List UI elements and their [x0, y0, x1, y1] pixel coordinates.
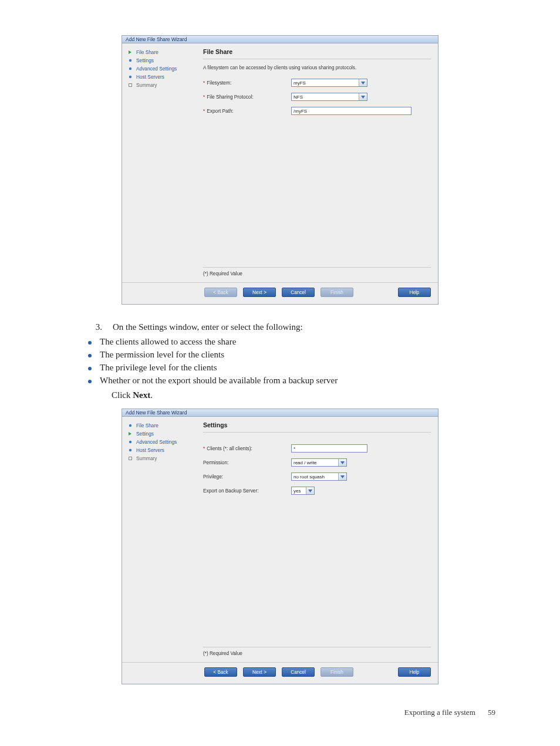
- next-button[interactable]: Next >: [243, 288, 276, 297]
- sidebar-item-settings[interactable]: Settings: [128, 430, 195, 438]
- help-button[interactable]: Help: [398, 667, 431, 677]
- sidebar-item-settings[interactable]: Settings: [128, 56, 195, 65]
- svg-point-0: [129, 59, 131, 62]
- page-footer: Exporting a file system 59: [65, 708, 495, 717]
- finish-button: Finish: [321, 667, 353, 677]
- sidebar-label: Settings: [136, 58, 154, 63]
- required-star-icon: *: [203, 108, 205, 114]
- sidebar-label: Host Servers: [136, 74, 164, 80]
- bullet-icon: [88, 341, 92, 345]
- required-star-icon: *: [203, 445, 205, 451]
- filesystem-select[interactable]: myFS: [291, 79, 367, 87]
- select-value: no root squash: [294, 474, 325, 480]
- svg-rect-7: [129, 457, 132, 460]
- dot-icon: [128, 58, 133, 63]
- sidebar-item-host-servers[interactable]: Host Servers: [128, 446, 195, 454]
- arrow-right-icon: [128, 431, 133, 436]
- chevron-down-icon: [338, 459, 346, 466]
- chevron-down-icon: [359, 79, 367, 86]
- field-label: Export Path:: [207, 108, 234, 114]
- chevron-down-icon: [306, 487, 314, 494]
- select-value: yes: [294, 488, 301, 494]
- bullet-list: The clients allowed to access the share …: [88, 337, 495, 386]
- field-label: Privilege:: [203, 474, 223, 480]
- input-value: /myFS: [294, 109, 307, 114]
- wizard-main-panel: File Share A filesystem can be accessed …: [197, 43, 438, 282]
- required-star-icon: *: [203, 80, 205, 86]
- bullet-icon: [88, 380, 92, 383]
- bullet-icon: [88, 367, 92, 370]
- sidebar-item-advanced-settings[interactable]: Advanced Settings: [128, 65, 195, 73]
- wizard-dialog-settings: Add New File Share Wizard File Share Set…: [122, 409, 438, 684]
- sidebar-item-file-share[interactable]: File Share: [128, 421, 195, 430]
- backup-select[interactable]: yes: [291, 487, 315, 495]
- export-path-input[interactable]: /myFS: [291, 107, 411, 115]
- sidebar-item-advanced-settings[interactable]: Advanced Settings: [128, 438, 195, 446]
- cancel-button[interactable]: Cancel: [282, 667, 315, 677]
- square-icon: [128, 83, 133, 87]
- step-number: 3.: [93, 322, 102, 332]
- required-note: (*) Required Value: [203, 647, 431, 656]
- instruction-block: 3. On the Settings window, enter or sele…: [65, 322, 495, 400]
- svg-point-2: [129, 76, 131, 78]
- permission-select[interactable]: read / write: [291, 458, 347, 467]
- bullet-text: The permission level for the clients: [100, 350, 224, 360]
- svg-point-4: [129, 424, 131, 427]
- section-heading: Settings: [203, 421, 431, 433]
- dot-icon: [128, 440, 133, 444]
- cancel-button[interactable]: Cancel: [282, 288, 315, 297]
- input-value: *: [294, 446, 295, 451]
- required-note: (*) Required Value: [203, 267, 431, 276]
- dot-icon: [128, 448, 133, 453]
- sidebar-label: File Share: [136, 423, 158, 428]
- field-label: Clients (*: all clients):: [207, 445, 252, 451]
- chevron-down-icon: [338, 473, 346, 480]
- section-subheading: A filesystem can be accessed by clients …: [203, 65, 431, 70]
- field-label: File Sharing Protocol:: [207, 94, 253, 100]
- select-value: read / write: [294, 460, 317, 465]
- list-item: The clients allowed to access the share: [88, 337, 495, 347]
- sidebar-item-file-share[interactable]: File Share: [128, 48, 195, 56]
- click-prefix: Click: [112, 390, 133, 400]
- click-next-text: Click Next.: [112, 390, 495, 400]
- bullet-text: Whether or not the export should be avai…: [100, 376, 338, 386]
- wizard-dialog-file-share: Add New File Share Wizard File Share Set…: [122, 35, 438, 305]
- sidebar-item-host-servers[interactable]: Host Servers: [128, 73, 195, 81]
- clients-input[interactable]: *: [291, 444, 367, 453]
- bullet-text: The clients allowed to access the share: [100, 337, 236, 347]
- sidebar-label: Settings: [136, 431, 154, 437]
- field-label: Permission:: [203, 460, 228, 465]
- dot-icon: [128, 66, 133, 71]
- svg-point-6: [129, 449, 131, 451]
- svg-point-1: [129, 67, 131, 70]
- finish-button: Finish: [321, 288, 353, 297]
- protocol-select[interactable]: NFS: [291, 93, 367, 101]
- sidebar-label: Advanced Settings: [136, 66, 177, 72]
- chevron-down-icon: [359, 93, 367, 100]
- back-button: < Back: [204, 288, 237, 297]
- wizard-titlebar: Add New File Share Wizard: [122, 36, 438, 43]
- wizard-sidebar: File Share Settings Advanced Settings Ho…: [122, 43, 197, 282]
- sidebar-label: Summary: [136, 82, 157, 88]
- wizard-button-bar: < Back Next > Cancel Finish Help: [122, 662, 438, 684]
- help-button[interactable]: Help: [398, 288, 431, 297]
- list-item: The permission level for the clients: [88, 350, 495, 360]
- square-icon: [128, 456, 133, 461]
- section-heading: File Share: [203, 48, 431, 59]
- back-button[interactable]: < Back: [204, 667, 237, 677]
- list-item: Whether or not the export should be avai…: [88, 376, 495, 386]
- arrow-right-icon: [128, 50, 133, 55]
- wizard-titlebar: Add New File Share Wizard: [122, 409, 438, 417]
- sidebar-item-summary[interactable]: Summary: [128, 454, 195, 463]
- required-star-icon: *: [203, 94, 205, 100]
- wizard-sidebar: File Share Settings Advanced Settings: [122, 417, 197, 662]
- sidebar-label: File Share: [136, 49, 158, 55]
- svg-point-5: [129, 441, 131, 443]
- bullet-icon: [88, 354, 92, 357]
- field-label: Filesystem:: [207, 80, 231, 86]
- next-button[interactable]: Next >: [243, 667, 276, 677]
- click-bold: Next: [133, 390, 150, 400]
- select-value: NFS: [294, 94, 303, 100]
- sidebar-item-summary[interactable]: Summary: [128, 81, 195, 89]
- privilege-select[interactable]: no root squash: [291, 472, 347, 481]
